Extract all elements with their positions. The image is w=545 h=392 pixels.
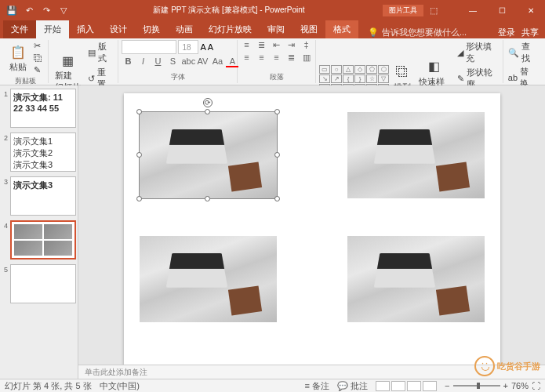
thumbnail-slide-1[interactable]: 演示文集: 11 22 33 44 55 — [10, 89, 76, 128]
format-painter-button[interactable]: ✎ — [31, 64, 45, 76]
editor-area: ⟳ 单击此处添加备注 — [78, 85, 545, 379]
watermark: 吃货谷手游 — [474, 356, 540, 376]
ribbon-tabs: 文件 开始 插入 设计 切换 动画 幻灯片放映 审阅 视图 格式 💡告诉我您想要… — [0, 20, 545, 38]
normal-view-button[interactable] — [376, 381, 390, 391]
grow-font-icon[interactable]: A — [200, 42, 205, 52]
bullets-button[interactable]: ≡ — [241, 40, 253, 50]
zoom-in-icon[interactable]: + — [503, 381, 508, 390]
picture-1-selected[interactable]: ⟳ — [140, 112, 277, 198]
new-slide-icon: ▦ — [60, 52, 77, 69]
resize-handle[interactable] — [274, 196, 280, 201]
bold-button[interactable]: B — [122, 56, 134, 67]
maximize-button[interactable]: ☐ — [488, 0, 516, 20]
underline-button[interactable]: U — [151, 56, 164, 67]
case-button[interactable]: Aa — [211, 56, 223, 67]
tab-transitions[interactable]: 切换 — [135, 20, 168, 38]
comments-toggle[interactable]: 💬 批注 — [337, 380, 368, 392]
zoom-control[interactable]: − + 76% ⛶ — [445, 381, 540, 390]
slide-canvas[interactable]: ⟳ — [78, 85, 545, 365]
indent-dec-button[interactable]: ⇤ — [271, 40, 283, 50]
tab-design[interactable]: 设计 — [102, 20, 135, 38]
font-color-button[interactable]: A — [226, 56, 238, 67]
tab-review[interactable]: 审阅 — [260, 20, 292, 38]
login-link[interactable]: 登录 — [498, 27, 515, 38]
align-right-button[interactable]: ≡ — [271, 53, 283, 63]
justify-button[interactable]: ≣ — [285, 53, 298, 63]
shadow-button[interactable]: abc — [181, 56, 194, 67]
resize-handle[interactable] — [274, 109, 280, 114]
columns-button[interactable]: ▥ — [300, 53, 313, 63]
share-button[interactable]: 共享 — [521, 27, 539, 38]
group-paragraph: ≡ ≣ ⇤ ⇥ ‡ ≡ ≡ ≡ ≣ ▥ 段落 — [238, 40, 316, 83]
ribbon-options-icon[interactable]: ⬚ — [430, 5, 458, 16]
language-status[interactable]: 中文(中国) — [100, 380, 140, 392]
search-icon: 🔍 — [508, 48, 519, 58]
layout-button[interactable]: ▤版式 — [85, 40, 114, 65]
tab-file[interactable]: 文件 — [3, 20, 36, 38]
line-spacing-button[interactable]: ‡ — [300, 40, 313, 50]
cut-button[interactable]: ✂ — [31, 40, 45, 52]
resize-handle[interactable] — [136, 196, 142, 201]
group-drawing: ▭○△◇⬠⬡ ↘↗{}☆▽ →←↔⇄◐⋯ ⿻排列 ◧快速样式 ◢形状填充 ✎形状… — [316, 40, 503, 83]
tab-insert[interactable]: 插入 — [69, 20, 102, 38]
zoom-out-icon[interactable]: − — [445, 381, 449, 390]
view-buttons — [376, 381, 437, 391]
paste-button[interactable]: 📋粘贴 — [6, 42, 30, 74]
tab-animations[interactable]: 动画 — [168, 20, 201, 38]
fit-to-window-icon[interactable]: ⛶ — [532, 381, 540, 390]
strike-button[interactable]: S — [166, 56, 179, 67]
save-icon[interactable]: 💾 — [6, 5, 17, 16]
watermark-face-icon — [474, 356, 495, 376]
tab-format[interactable]: 格式 — [325, 20, 358, 38]
zoom-level[interactable]: 76% — [511, 381, 529, 390]
picture-3[interactable] — [140, 236, 277, 322]
resize-handle[interactable] — [274, 152, 280, 158]
shrink-font-icon[interactable]: A — [208, 42, 213, 52]
italic-button[interactable]: I — [136, 56, 149, 67]
tab-view[interactable]: 视图 — [292, 20, 325, 38]
thumbnail-slide-4[interactable] — [10, 220, 76, 260]
paste-icon: 📋 — [9, 43, 27, 60]
align-center-button[interactable]: ≡ — [256, 53, 268, 63]
find-button[interactable]: 🔍查找 — [507, 40, 539, 65]
resize-handle[interactable] — [205, 109, 210, 114]
start-icon[interactable]: ▽ — [58, 5, 69, 16]
spacing-button[interactable]: AV — [196, 56, 209, 67]
notes-toggle[interactable]: ≡ 备注 — [305, 380, 329, 392]
numbering-button[interactable]: ≣ — [256, 40, 268, 50]
picture-2[interactable] — [347, 112, 485, 198]
redo-icon[interactable]: ↷ — [41, 5, 52, 16]
reading-view-button[interactable] — [407, 381, 421, 391]
font-name-box[interactable] — [122, 40, 176, 54]
thumbnail-slide-2[interactable]: 演示文集1演示文集2演示文集3演示文集4演示文集5 — [10, 132, 76, 172]
shape-fill-button[interactable]: ◢形状填充 — [455, 40, 500, 65]
undo-icon[interactable]: ↶ — [24, 5, 35, 16]
quick-access-toolbar: 💾 ↶ ↷ ▽ — [0, 5, 75, 16]
zoom-slider[interactable] — [453, 385, 500, 387]
outline-icon: ✎ — [457, 74, 464, 84]
rotate-handle-icon[interactable]: ⟳ — [203, 98, 213, 107]
tell-me-search[interactable]: 💡告诉我您想要做什么... — [368, 27, 467, 38]
indent-inc-button[interactable]: ⇥ — [285, 40, 298, 50]
align-left-button[interactable]: ≡ — [241, 53, 253, 63]
picture-4[interactable] — [347, 236, 485, 322]
slideshow-view-button[interactable] — [423, 381, 437, 391]
copy-button[interactable]: ⿻ — [31, 53, 45, 64]
bulb-icon: 💡 — [368, 27, 379, 38]
sorter-view-button[interactable] — [391, 381, 405, 391]
font-size-box[interactable]: 18 — [178, 40, 198, 54]
thumbnail-slide-3[interactable]: 演示文集3 — [10, 176, 76, 216]
tab-home[interactable]: 开始 — [36, 20, 69, 38]
copy-icon: ⿻ — [34, 53, 42, 63]
tab-slideshow[interactable]: 幻灯片放映 — [201, 20, 260, 38]
resize-handle[interactable] — [136, 109, 142, 114]
resize-handle[interactable] — [205, 196, 210, 201]
picture-tools-tab-label: 图片工具 — [383, 5, 423, 16]
thumbnail-slide-5[interactable] — [10, 264, 76, 303]
current-slide[interactable]: ⟳ — [124, 93, 500, 365]
slide-thumbnails-panel[interactable]: 1演示文集: 11 22 33 44 55 2演示文集1演示文集2演示文集3演示… — [0, 85, 78, 379]
resize-handle[interactable] — [136, 152, 142, 158]
replace-icon: ab — [508, 73, 518, 82]
minimize-button[interactable]: — — [459, 0, 487, 20]
close-button[interactable]: ✕ — [517, 0, 545, 20]
